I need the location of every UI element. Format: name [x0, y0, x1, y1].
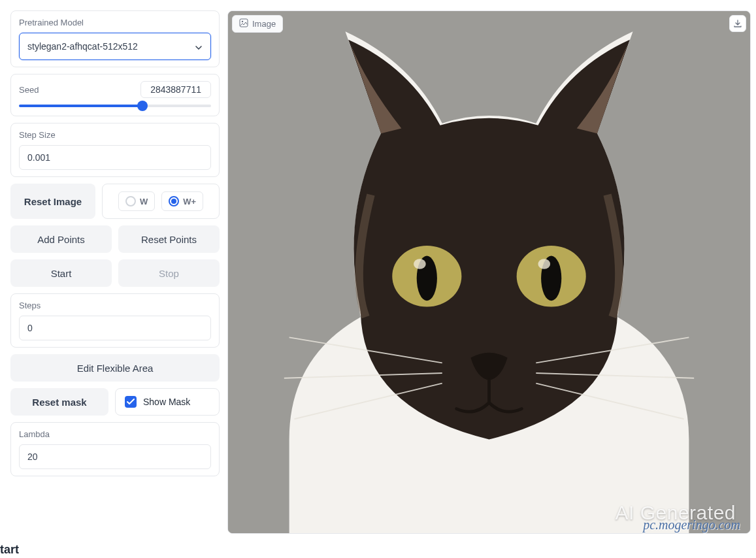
step-size-label: Step Size	[19, 130, 211, 140]
radio-checked-icon	[169, 196, 179, 206]
seed-panel: Seed 2843887711	[10, 74, 220, 116]
show-mask-checkbox[interactable]	[125, 396, 137, 408]
image-label: Image	[252, 19, 276, 29]
download-icon	[733, 19, 742, 28]
seed-value[interactable]: 2843887711	[140, 81, 211, 98]
steps-panel: Steps	[10, 293, 220, 348]
step-size-input[interactable]	[19, 145, 211, 170]
model-select[interactable]: stylegan2-afhqcat-512x512	[19, 33, 211, 60]
site-watermark: pc.mogeringo.com	[643, 517, 740, 533]
steps-input[interactable]	[19, 316, 211, 340]
latent-w-option[interactable]: W	[118, 191, 155, 211]
latent-wplus-label: W+	[183, 197, 196, 206]
generated-image[interactable]: AI Generated	[228, 11, 750, 533]
lambda-label: Lambda	[19, 429, 211, 439]
latent-radio-group: W W+	[102, 184, 220, 219]
seed-label: Seed	[19, 85, 39, 95]
steps-label: Steps	[19, 301, 211, 310]
latent-w-label: W	[140, 197, 148, 206]
reset-points-button[interactable]: Reset Points	[118, 225, 220, 253]
stop-button[interactable]: Stop	[118, 259, 220, 287]
image-card: Image	[227, 10, 751, 534]
download-button[interactable]	[729, 15, 746, 32]
reset-image-button[interactable]: Reset Image	[10, 184, 95, 219]
seed-slider[interactable]	[19, 105, 211, 107]
start-button[interactable]: Start	[10, 259, 112, 287]
show-mask-label: Show Mask	[143, 397, 190, 407]
model-value: stylegan2-afhqcat-512x512	[27, 41, 138, 52]
svg-point-1	[242, 21, 243, 22]
image-icon	[239, 18, 248, 29]
radio-icon	[125, 196, 136, 206]
reset-mask-button[interactable]: Reset mask	[10, 388, 108, 416]
show-mask-panel: Show Mask	[115, 388, 220, 416]
svg-point-8	[538, 259, 550, 269]
step-size-panel: Step Size	[10, 123, 220, 177]
lambda-input[interactable]	[19, 444, 211, 469]
footer-text: tart	[0, 543, 756, 557]
svg-point-7	[414, 259, 426, 269]
add-points-button[interactable]: Add Points	[10, 225, 112, 253]
model-label: Pretrained Model	[19, 18, 211, 27]
lambda-panel: Lambda	[10, 422, 220, 476]
image-header: Image	[232, 15, 283, 33]
edit-flexible-area-button[interactable]: Edit Flexible Area	[10, 354, 220, 382]
model-panel: Pretrained Model stylegan2-afhqcat-512x5…	[10, 10, 220, 67]
latent-wplus-option[interactable]: W+	[161, 191, 203, 211]
